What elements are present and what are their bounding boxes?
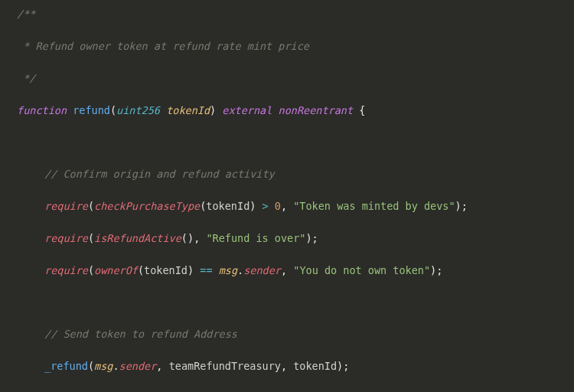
string-literal: "Refund is over"	[206, 232, 305, 244]
comment: // Confirm origin and refund activity	[0, 166, 574, 182]
keyword-function: function	[17, 104, 67, 116]
doc-comment: /**	[0, 6, 574, 22]
string-literal: "You do not own token"	[293, 264, 430, 276]
call-require: require	[44, 200, 88, 212]
code-block: /** * Refund owner token at refund rate …	[0, 0, 574, 392]
code-line: function refund(uint256 tokenId) externa…	[0, 103, 574, 119]
doc-comment: */	[0, 70, 574, 87]
comment: // Send token to refund Address	[0, 326, 574, 342]
call-require: require	[44, 264, 88, 276]
blank-line	[0, 295, 574, 311]
function-name: refund	[73, 104, 110, 116]
modifier-nonReentrant: nonReentrant	[279, 104, 354, 116]
string-literal: "Token was minted by devs"	[293, 200, 455, 212]
code-line: require(checkPurchaseType(tokenId) > 0, …	[0, 198, 574, 214]
blank-line	[0, 134, 574, 150]
call-checkPurchaseType: checkPurchaseType	[94, 200, 200, 212]
msg-sender: sender	[243, 264, 281, 276]
code-line: require(isRefundActive(), "Refund is ove…	[0, 230, 574, 247]
msg-object: msg	[219, 264, 237, 276]
call-require: require	[44, 232, 88, 244]
call-ownerOf: ownerOf	[94, 264, 138, 276]
type-uint256: uint256	[116, 104, 160, 116]
code-line: _refund(msg.sender, teamRefundTreasury, …	[0, 358, 574, 374]
param-tokenId: tokenId	[166, 104, 210, 116]
call-isRefundActive: isRefundActive	[94, 232, 181, 244]
code-line: require(ownerOf(tokenId) == msg.sender, …	[0, 263, 574, 279]
keyword-external: external	[222, 104, 272, 116]
call-_refund: _refund	[44, 360, 88, 372]
doc-comment: * Refund owner token at refund rate mint…	[0, 38, 574, 54]
